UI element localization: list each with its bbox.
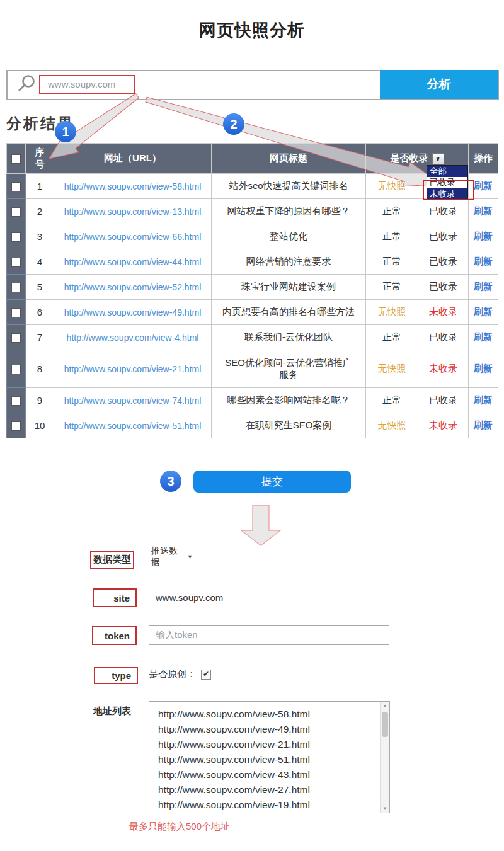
site-input[interactable]: www.soupv.com bbox=[149, 588, 389, 607]
row-no: 3 bbox=[26, 224, 54, 249]
row-refresh-link[interactable]: 刷新 bbox=[469, 224, 498, 249]
table-row: 5 http://www.soupv.com/view-52.html 珠宝行业… bbox=[7, 275, 498, 300]
original-checkbox[interactable]: ✔ bbox=[201, 670, 211, 680]
row-url-link[interactable]: http://www.soupv.com/view-66.html bbox=[54, 224, 212, 249]
row-included-status: 未收录 bbox=[418, 350, 469, 388]
row-included-status: 未收录 bbox=[418, 300, 469, 325]
url-list-textarea[interactable]: http://www.soupv.com/view-58.html http:/… bbox=[149, 701, 390, 813]
row-url-link[interactable]: http://www.soupv.com/view-74.html bbox=[54, 388, 212, 413]
page-title: 网页快照分析 bbox=[0, 19, 504, 42]
row-title: 网络营销的注意要求 bbox=[212, 249, 366, 275]
url-list-content: http://www.soupv.com/view-58.html http:/… bbox=[158, 707, 377, 813]
table-row: 1 http://www.soupv.com/view-58.html 站外se… bbox=[7, 174, 498, 199]
included-filter-select[interactable]: ∨ bbox=[432, 153, 444, 164]
row-checkbox[interactable] bbox=[11, 258, 21, 267]
url-line: http://www.soupv.com/view-49.html bbox=[158, 722, 377, 737]
token-label: token bbox=[92, 626, 137, 645]
row-checkbox[interactable] bbox=[11, 421, 21, 431]
row-refresh-link[interactable]: 刷新 bbox=[469, 350, 498, 388]
row-refresh-link[interactable]: 刷新 bbox=[469, 388, 498, 413]
row-no: 9 bbox=[26, 388, 54, 413]
row-title: 珠宝行业网站建设案例 bbox=[212, 275, 366, 300]
row-refresh-link[interactable]: 刷新 bbox=[469, 300, 498, 325]
site-label: site bbox=[93, 588, 137, 607]
table-row: 2 http://www.soupv.com/view-13.html 网站权重… bbox=[7, 199, 498, 224]
row-included-status: 已收录 bbox=[418, 388, 469, 413]
row-title: 联系我们-云优化团队 bbox=[212, 325, 366, 350]
filter-option-included[interactable]: 已收录 bbox=[427, 177, 467, 188]
row-title: 内页想要有高的排名有哪些方法 bbox=[212, 300, 366, 325]
row-no: 1 bbox=[26, 174, 54, 199]
row-url-link[interactable]: http://www.soupv.com/view-44.html bbox=[54, 249, 212, 275]
row-snapshot-status: 正常 bbox=[366, 199, 418, 224]
token-input[interactable]: 输入token bbox=[149, 625, 389, 645]
row-included-status: 已收录 bbox=[418, 275, 469, 300]
submit-button[interactable]: 提交 bbox=[193, 471, 351, 493]
url-line: http://www.soupv.com/view-27.html bbox=[158, 782, 377, 797]
row-refresh-link[interactable]: 刷新 bbox=[469, 275, 498, 300]
row-title: 在职研究生SEO案例 bbox=[212, 413, 366, 438]
url-line: http://www.soupv.com/view-19.html bbox=[158, 797, 377, 813]
header-title: 网页标题 bbox=[212, 144, 366, 174]
table-header-row: 序号 网址（URL） 网页标题 是否收录 ∨ 操作 bbox=[7, 144, 498, 174]
included-filter-dropdown: 全部 已收录 未收录 bbox=[427, 165, 468, 200]
scroll-down-icon[interactable]: ▼ bbox=[381, 806, 389, 811]
row-checkbox[interactable] bbox=[11, 207, 21, 217]
table-row: 10 http://www.soupv.com/view-51.html 在职研… bbox=[7, 413, 498, 438]
row-refresh-link[interactable]: 刷新 bbox=[469, 199, 498, 224]
row-checkbox[interactable] bbox=[11, 283, 21, 292]
data-type-select[interactable]: 推送数据 ▼ bbox=[147, 549, 197, 564]
row-url-link[interactable]: http://www.soupv.com/view-4.html bbox=[54, 325, 212, 350]
row-checkbox[interactable] bbox=[11, 333, 21, 343]
row-refresh-link[interactable]: 刷新 bbox=[469, 249, 498, 275]
row-title: 站外seo快速提高关键词排名 bbox=[212, 174, 366, 199]
row-title: 整站优化 bbox=[212, 224, 366, 249]
row-refresh-link[interactable]: 刷新 bbox=[469, 174, 498, 199]
url-line: http://www.soupv.com/view-58.html bbox=[158, 707, 377, 722]
analyze-button[interactable]: 分析 bbox=[380, 70, 498, 99]
step-3-badge: 3 bbox=[160, 471, 181, 492]
down-arrow bbox=[232, 503, 290, 548]
type-label: type bbox=[94, 667, 138, 684]
header-included-label: 是否收录 bbox=[391, 152, 428, 164]
row-snapshot-status: 正常 bbox=[366, 388, 418, 413]
row-included-status: 已收录 bbox=[418, 249, 469, 275]
table-row: 9 http://www.soupv.com/view-74.html 哪些因素… bbox=[7, 388, 498, 413]
row-url-link[interactable]: http://www.soupv.com/view-52.html bbox=[54, 275, 212, 300]
search-icon bbox=[16, 74, 37, 94]
row-checkbox[interactable] bbox=[11, 396, 21, 406]
search-input[interactable]: www.soupv.com bbox=[39, 75, 135, 94]
row-no: 7 bbox=[26, 325, 54, 350]
results-table: 序号 网址（URL） 网页标题 是否收录 ∨ 操作 1 http://www.s… bbox=[6, 143, 498, 438]
row-url-link[interactable]: http://www.soupv.com/view-49.html bbox=[54, 300, 212, 325]
header-no: 序号 bbox=[26, 144, 54, 174]
row-no: 10 bbox=[26, 413, 54, 438]
row-checkbox[interactable] bbox=[11, 308, 21, 317]
row-checkbox[interactable] bbox=[11, 232, 21, 242]
row-refresh-link[interactable]: 刷新 bbox=[469, 325, 498, 350]
url-line: http://www.soupv.com/view-43.html bbox=[158, 767, 377, 782]
type-row: 是否原创： ✔ bbox=[149, 668, 211, 680]
header-select-all-cell bbox=[7, 144, 26, 174]
table-row: 3 http://www.soupv.com/view-66.html 整站优化… bbox=[7, 224, 498, 249]
filter-option-all[interactable]: 全部 bbox=[427, 166, 467, 177]
row-snapshot-status: 正常 bbox=[366, 224, 418, 249]
select-arrow-icon: ▼ bbox=[187, 554, 193, 560]
row-url-link[interactable]: http://www.soupv.com/view-21.html bbox=[54, 350, 212, 388]
textarea-scrollbar[interactable]: ▲ ▼ bbox=[380, 702, 389, 813]
snapshot-analysis-page: 网页快照分析 www.soupv.com 分析 分析结果 序号 网址（URL） … bbox=[0, 0, 504, 851]
filter-option-not-included[interactable]: 未收录 bbox=[427, 188, 467, 200]
row-included-status: 未收录 bbox=[418, 413, 469, 438]
row-url-link[interactable]: http://www.soupv.com/view-51.html bbox=[54, 413, 212, 438]
row-url-link[interactable]: http://www.soupv.com/view-58.html bbox=[54, 174, 212, 199]
scroll-up-icon[interactable]: ▲ bbox=[381, 703, 389, 709]
row-checkbox[interactable] bbox=[11, 182, 21, 191]
select-all-checkbox[interactable] bbox=[11, 154, 21, 164]
row-checkbox[interactable] bbox=[11, 365, 21, 374]
scrollbar-thumb[interactable] bbox=[382, 712, 388, 737]
row-url-link[interactable]: http://www.soupv.com/view-13.html bbox=[54, 199, 212, 224]
row-included-status: 已收录 bbox=[418, 325, 469, 350]
row-snapshot-status: 正常 bbox=[366, 325, 418, 350]
row-refresh-link[interactable]: 刷新 bbox=[469, 413, 498, 438]
row-included-status: 已收录 bbox=[418, 199, 469, 224]
